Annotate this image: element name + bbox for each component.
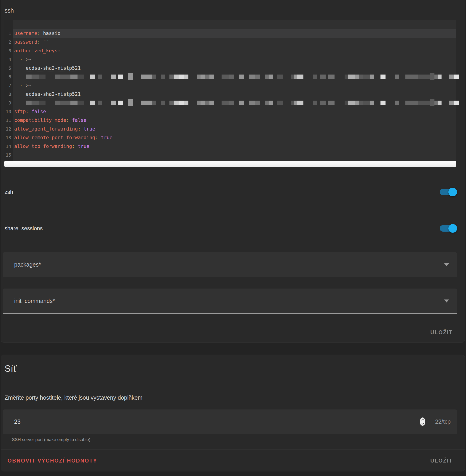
redacted-key-block [328, 101, 335, 105]
redacted-key-block [147, 101, 152, 105]
number-stepper[interactable] [420, 418, 425, 426]
redacted-key-block [395, 75, 399, 79]
packages-select-label: packages* [14, 261, 41, 268]
redacted-key-block [78, 75, 84, 79]
redacted-key-block [297, 75, 303, 79]
packages-select[interactable]: packages* [3, 252, 457, 277]
editor-line: 4 - >- [4, 55, 456, 64]
config-save-button[interactable]: ULOŽIT [429, 328, 454, 337]
redacted-key-block [359, 101, 363, 105]
redacted-key-block [111, 101, 116, 105]
redacted-key-block [291, 101, 294, 105]
share-sessions-toggle[interactable] [440, 224, 457, 233]
redacted-key-block [328, 75, 335, 79]
network-footer-divider [1, 449, 465, 450]
code-text: compatibility_mode: false [14, 116, 86, 125]
redacted-key-block [111, 75, 116, 79]
line-number: 9 [4, 99, 11, 107]
line-number: 10 [4, 107, 11, 116]
editor-line: 11compatibility_mode: false [4, 116, 456, 125]
redacted-key-block [66, 101, 70, 105]
line-number: 4 [4, 55, 11, 64]
redacted-key-block [438, 75, 442, 79]
code-text: allow_remote_port_forwarding: true [14, 133, 113, 142]
line-number: 6 [4, 72, 11, 81]
redacted-key-block [70, 101, 78, 105]
redacted-key-block [359, 75, 363, 79]
redacted-key-block [291, 75, 294, 79]
redacted-key-block [200, 75, 205, 79]
redacted-key-block [348, 75, 355, 79]
code-text: allow_agent_forwarding: true [14, 125, 95, 133]
redacted-key-block [320, 101, 326, 105]
redacted-key-block [39, 101, 46, 105]
redacted-key-block [294, 101, 297, 105]
network-section-subtitle: Změňte porty hostitele, které jsou vysta… [5, 394, 142, 401]
editor-line-redacted-key: 9 [4, 99, 456, 107]
share-sessions-label: share_sessions [5, 225, 43, 232]
redacted-key-block [405, 75, 412, 79]
redacted-key-block [412, 75, 418, 79]
redacted-key-block [118, 101, 123, 105]
redacted-key-block [169, 101, 174, 105]
line-number: 7 [4, 81, 11, 90]
code-text: allow_tcp_forwarding: true [14, 142, 89, 151]
code-text: sftp: false [14, 107, 46, 116]
redacted-key-block [90, 101, 95, 105]
redacted-key-block [39, 75, 46, 79]
redacted-key-block [418, 75, 424, 79]
redacted-key-block [98, 75, 102, 79]
redacted-key-block [169, 75, 174, 79]
redacted-key-block [255, 75, 260, 79]
redacted-key-block [221, 101, 229, 105]
editor-line: 15 [4, 151, 456, 159]
code-text: ecdsa-sha2-nistp521 [14, 64, 81, 72]
redacted-key-block [277, 75, 283, 79]
zsh-label: zsh [5, 189, 13, 195]
stepper-down-icon [421, 422, 424, 425]
editor-line: 14allow_tcp_forwarding: true [4, 142, 456, 151]
redacted-key-block [128, 73, 133, 80]
toggle-thumb [448, 188, 457, 196]
redacted-key-block [249, 101, 255, 105]
redacted-key-block [313, 75, 317, 79]
editor-line: 1username: hassio [4, 29, 456, 38]
redacted-key-block [239, 75, 244, 79]
redacted-key-block [269, 101, 273, 105]
redacted-key-block [424, 75, 430, 79]
redacted-key-block [70, 75, 78, 79]
redacted-key-block [197, 101, 200, 105]
redacted-key-block [418, 101, 424, 105]
redacted-key-block [221, 75, 229, 79]
editor-horizontal-scrollbar[interactable] [4, 161, 456, 167]
code-text: authorized_keys: [14, 46, 60, 55]
redacted-key-block [249, 75, 255, 79]
redacted-key-block [128, 99, 133, 106]
line-number: 1 [4, 29, 11, 38]
init-commands-select[interactable]: init_commands* [3, 289, 457, 314]
redacted-key-block [141, 75, 147, 79]
redacted-key-block [297, 101, 303, 105]
zsh-toggle[interactable] [440, 187, 457, 197]
yaml-code-editor[interactable]: 1username: hassio2password: ""3authorize… [4, 20, 456, 167]
chevron-down-icon [444, 300, 449, 302]
reset-defaults-button[interactable]: OBNOVIT VÝCHOZÍ HODNOTY [6, 456, 99, 465]
code-text: password: "" [14, 38, 49, 46]
redacted-key-block [381, 75, 385, 79]
redacted-key-block [205, 75, 210, 79]
network-save-button[interactable]: ULOŽIT [429, 456, 454, 465]
line-number: 11 [4, 116, 11, 125]
ssh-port-input[interactable]: 23 22/tcp [3, 409, 457, 434]
redacted-key-block [179, 101, 184, 105]
config-footer-divider [1, 322, 465, 322]
redacted-key-block [184, 75, 188, 79]
redacted-key-block [205, 101, 210, 105]
redacted-key-block [345, 101, 348, 105]
redacted-key-block [179, 75, 184, 79]
redacted-key-block [60, 101, 66, 105]
redacted-key-block [90, 75, 95, 79]
chevron-down-icon [444, 263, 449, 266]
line-number: 5 [4, 64, 11, 72]
line-number: 8 [4, 90, 11, 99]
redacted-key-block [381, 101, 385, 105]
